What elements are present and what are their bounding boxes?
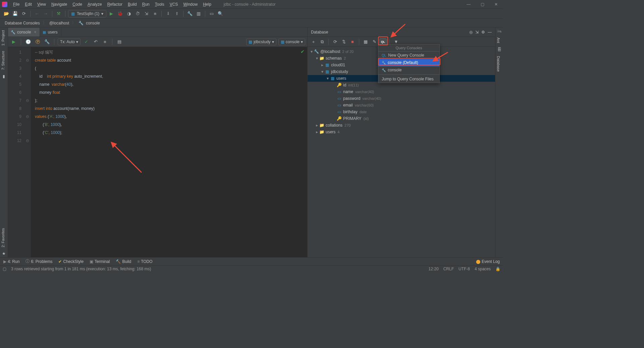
debug-icon[interactable]: 🐞	[116, 10, 124, 17]
table-icon[interactable]: ▦	[362, 38, 369, 46]
collapse-icon[interactable]: ⇲	[475, 30, 479, 34]
event-log-button[interactable]: ⬤Event Log	[476, 259, 500, 264]
menu-navigate[interactable]: Navigate	[49, 1, 69, 8]
popup-jump-to-files[interactable]: Jump to Query Console Files	[378, 75, 439, 83]
tree-column[interactable]: ▭emailvarchar(60)	[308, 102, 495, 109]
coverage-icon[interactable]: ◑	[125, 10, 132, 17]
structure-icon[interactable]: ▥	[195, 10, 202, 17]
explain-icon[interactable]: 🕒	[24, 38, 32, 46]
target-icon[interactable]: ◎	[469, 30, 473, 34]
view-icon[interactable]: ▤	[116, 38, 123, 46]
tool-tab-structure[interactable]: 7: Structure	[0, 48, 6, 73]
bottom-tab-run[interactable]: ▶4: Run	[3, 259, 19, 264]
sync-icon[interactable]: ⟳	[20, 10, 28, 17]
editor-tab-users[interactable]: ▦users	[40, 28, 61, 37]
close-icon[interactable]: ✕	[494, 2, 498, 7]
attach-icon[interactable]: ⇲	[143, 10, 150, 17]
popup-item-console[interactable]: 🔧console	[378, 66, 439, 74]
status-encoding[interactable]: UTF-8	[459, 267, 470, 271]
popup-item-new-console[interactable]: QLNew Query Console	[378, 52, 439, 59]
menu-edit[interactable]: Edit	[22, 1, 34, 8]
code-editor[interactable]: 123456789101112 ⊖ ⊖ ⊖ ⊖ -- sql 编写create …	[8, 47, 307, 257]
menu-vcs[interactable]: VCS	[167, 1, 180, 8]
bottom-tab-checkstyle[interactable]: ✔CheckStyle	[58, 259, 84, 264]
window-title: jdbc - console - Administrator	[224, 2, 276, 7]
tool-tab-project[interactable]: 1: Project	[0, 27, 6, 48]
tree-column[interactable]: ▭birthdaydate	[308, 109, 495, 115]
close-tab-icon[interactable]: ×	[34, 30, 36, 34]
duplicate-icon[interactable]: ⧉	[318, 38, 326, 46]
wrench-icon[interactable]: 🔧	[186, 10, 194, 17]
open-icon[interactable]: 📂	[3, 10, 10, 17]
add-icon[interactable]: ＋	[310, 38, 317, 46]
tool-tab-database[interactable]: Database	[495, 53, 501, 74]
menu-help[interactable]: Help	[201, 1, 214, 8]
tree-column[interactable]: ▭namevarchar(40)	[308, 88, 495, 95]
tree-primary-key[interactable]: 🔑PRIMARY(id)	[308, 115, 495, 122]
status-time: 12:20	[429, 267, 439, 271]
menu-run[interactable]: Run	[140, 1, 152, 8]
gear-icon[interactable]: ⚙	[481, 30, 485, 34]
maximize-icon[interactable]: ▢	[481, 2, 484, 7]
tx-mode-selector[interactable]: Tx: Auto▾	[58, 39, 80, 45]
vcs-commit-icon[interactable]: ⬆	[173, 10, 180, 17]
status-eol[interactable]: CRLF	[443, 267, 454, 271]
bottom-tab-problems[interactable]: ⓘ6: Problems	[25, 259, 52, 264]
editor-tab-console[interactable]: 🔧console×	[8, 28, 40, 37]
menu-analyze[interactable]: Analyze	[85, 1, 104, 8]
menu-refactor[interactable]: Refactor	[105, 1, 125, 8]
explain-plan-icon[interactable]: Ⓟ	[34, 38, 41, 46]
save-icon[interactable]: 💾	[11, 10, 19, 17]
rollback-icon[interactable]: ↶	[92, 38, 99, 46]
menu-view[interactable]: View	[35, 1, 48, 8]
build-icon[interactable]: ⚒	[55, 10, 62, 17]
schema-selector[interactable]: ▦jdbcstudy▾	[246, 39, 276, 45]
bottom-tab-todo[interactable]: ≡TODO	[137, 259, 152, 264]
menu-tools[interactable]: Tools	[153, 1, 167, 8]
breadcrumb-item[interactable]: 🔧console	[77, 20, 101, 26]
refresh-icon[interactable]: ⟳	[331, 38, 339, 46]
run-config-selector[interactable]: ▦ TestSqlIn (1) ▾	[68, 10, 106, 17]
star-icon[interactable]: ★	[0, 250, 8, 257]
menu-code[interactable]: Code	[70, 1, 85, 8]
cancel-icon[interactable]: ■	[101, 38, 109, 46]
menu-window[interactable]: Window	[181, 1, 200, 8]
back-icon[interactable]: ←	[33, 10, 41, 17]
search-icon[interactable]: 🔍	[217, 10, 224, 17]
breadcrumb: Database Consoles 〉 @localhost 〉 🔧consol…	[0, 19, 503, 27]
ant-icon[interactable]: 🐜	[495, 27, 503, 35]
bottom-tab-build[interactable]: 🔨Build	[116, 259, 131, 264]
breadcrumb-item[interactable]: @localhost	[48, 20, 71, 26]
hide-icon[interactable]: —	[488, 30, 492, 34]
database-icon[interactable]: 🗄	[495, 46, 503, 53]
profile-icon[interactable]: ⏱	[134, 10, 141, 17]
status-lock-icon[interactable]: 🔒	[495, 267, 500, 271]
device-icon[interactable]: ▭	[208, 10, 215, 17]
execute-icon[interactable]: ▶	[10, 38, 17, 46]
forward-icon[interactable]: →	[42, 10, 49, 17]
menu-build[interactable]: Build	[125, 1, 139, 8]
commit-icon[interactable]: ✓	[83, 38, 90, 46]
bookmarks-icon[interactable]: ▮	[0, 73, 8, 80]
bottom-tool-tabs: ▶4: Run ⓘ6: Problems ✔CheckStyle ▣Termin…	[0, 257, 503, 265]
menu-file[interactable]: File	[11, 1, 22, 8]
tree-collations[interactable]: ▸📁collations270	[308, 122, 495, 129]
tree-column[interactable]: ▭passwordvarchar(40)	[308, 95, 495, 102]
breadcrumb-item[interactable]: Database Consoles	[3, 20, 41, 26]
status-toggle-icon[interactable]: ▢	[3, 267, 6, 271]
tool-tab-ant[interactable]: Ant	[495, 35, 501, 46]
stop-db-icon[interactable]: ■	[349, 38, 356, 46]
bottom-tab-terminal[interactable]: ▣Terminal	[90, 259, 110, 264]
popup-item-console-default[interactable]: 🔧console (Default)	[378, 59, 439, 66]
console-selector[interactable]: ▦console▾	[278, 39, 305, 45]
edit-icon[interactable]: ✎	[371, 38, 378, 46]
status-indent[interactable]: 4 spaces	[475, 267, 491, 271]
run-icon[interactable]: ▶	[108, 10, 115, 17]
tool-tab-favorites[interactable]: 2: Favorites	[0, 225, 6, 250]
sync-db-icon[interactable]: ⇅	[340, 38, 347, 46]
stop-icon[interactable]: ■	[151, 10, 159, 17]
vcs-update-icon[interactable]: ⬇	[164, 10, 172, 17]
settings-icon[interactable]: 🔧	[43, 38, 51, 46]
tree-users-folder[interactable]: ▸📁users4	[308, 129, 495, 135]
minimize-icon[interactable]: —	[467, 2, 471, 7]
